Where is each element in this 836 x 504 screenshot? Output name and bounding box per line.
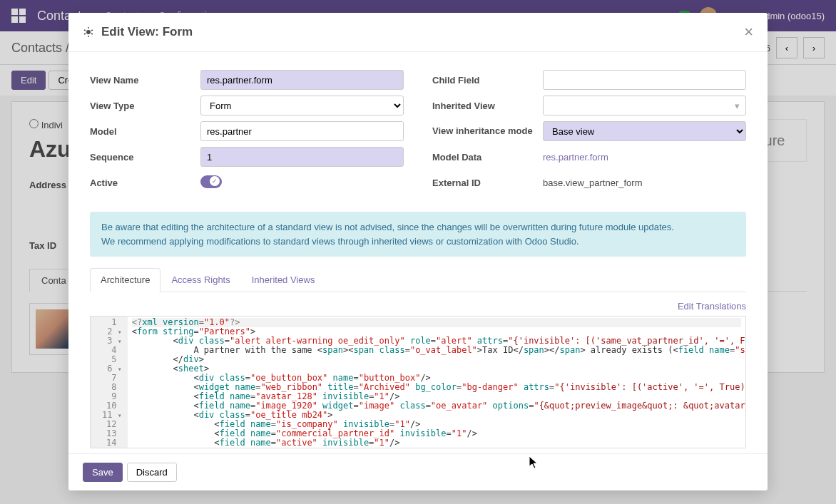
tab-access-rights[interactable]: Access Rights <box>160 268 240 292</box>
select-view-type[interactable]: Form <box>200 96 404 115</box>
value-external-id: base.view_partner_form <box>543 178 642 188</box>
input-view-name[interactable] <box>200 70 404 90</box>
value-model-data[interactable]: res.partner.form <box>543 152 608 163</box>
modal-backdrop: Edit View: Form × View Name View Type Fo… <box>0 0 836 379</box>
gutter: 1 2 ▾3 ▾4 5 6 ▾7 8 9 10 11 ▾12 13 14 <box>91 317 128 379</box>
select-inheritance-mode[interactable]: Base view <box>543 121 746 141</box>
label-active: Active <box>90 178 200 188</box>
tab-inherited-views[interactable]: Inherited Views <box>241 268 326 292</box>
bug-icon <box>83 26 94 38</box>
input-inherited-view[interactable]: ▾ <box>543 96 746 115</box>
close-button[interactable]: × <box>744 23 753 41</box>
input-sequence[interactable] <box>200 147 404 167</box>
tabs: Architecture Access Rights Inherited Vie… <box>90 268 746 292</box>
modal-body: View Name View Type Form Model Sequence <box>68 52 768 379</box>
label-external-id: External ID <box>432 178 543 188</box>
label-model: Model <box>90 126 200 137</box>
label-sequence: Sequence <box>90 152 200 163</box>
tab-architecture[interactable]: Architecture <box>90 268 160 292</box>
modal-dialog: Edit View: Form × View Name View Type Fo… <box>68 13 768 379</box>
input-child-field[interactable] <box>543 70 746 90</box>
input-model[interactable] <box>200 121 404 141</box>
label-view-name: View Name <box>90 75 200 86</box>
modal-title: Edit View: Form <box>101 25 737 39</box>
label-inheritance-mode: View inheritance mode <box>432 125 543 137</box>
code-editor[interactable]: 1 2 ▾3 ▾4 5 6 ▾7 8 9 10 11 ▾12 13 14 <?x… <box>90 316 746 379</box>
svg-point-0 <box>86 30 91 34</box>
label-inherited-view: Inherited View <box>432 101 543 111</box>
edit-translations-link[interactable]: Edit Translations <box>678 301 746 312</box>
code-content[interactable]: <?xml version="1.0"?> <form string="Part… <box>128 317 745 379</box>
label-child-field: Child Field <box>432 75 543 86</box>
toggle-active[interactable] <box>200 175 222 188</box>
label-model-data: Model Data <box>432 152 543 163</box>
modal-header: Edit View: Form × <box>68 13 768 52</box>
alert-info: Be aware that editing the architecture o… <box>90 212 746 257</box>
label-view-type: View Type <box>90 101 200 111</box>
